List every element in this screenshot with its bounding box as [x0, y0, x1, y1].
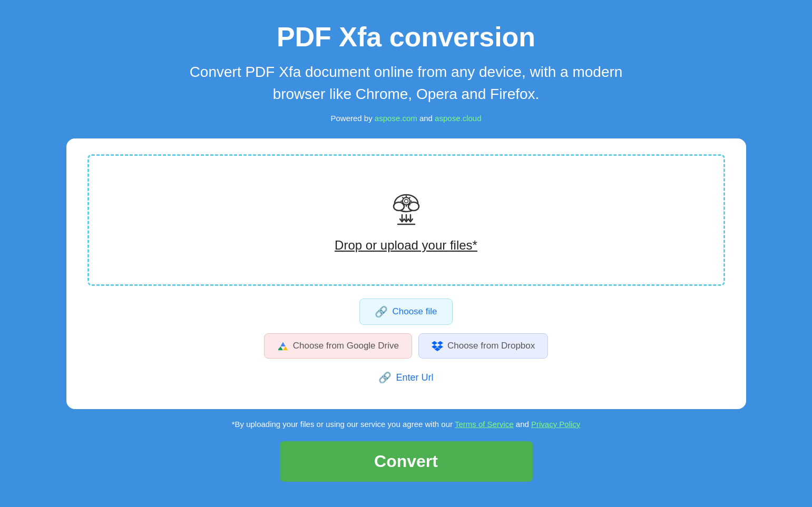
svg-point-4	[404, 200, 408, 203]
google-drive-label: Choose from Google Drive	[293, 341, 399, 351]
choose-file-button[interactable]: 🔗 Choose file	[359, 299, 452, 325]
page-subtitle: Convert PDF Xfa document online from any…	[169, 61, 643, 105]
url-row: 🔗 Enter Url	[87, 367, 725, 388]
main-card: Drop or upload your files* 🔗 Choose file…	[66, 138, 746, 409]
svg-line-12	[403, 204, 404, 205]
upload-icon	[385, 187, 427, 230]
convert-button[interactable]: Convert	[280, 441, 533, 482]
dropbox-label: Choose from Dropbox	[447, 341, 535, 351]
dropbox-button[interactable]: Choose from Dropbox	[418, 333, 548, 359]
terms-row: *By uploading your files or using our se…	[232, 420, 581, 429]
svg-line-9	[403, 197, 404, 198]
enter-url-label: Enter Url	[396, 372, 433, 383]
dropbox-icon	[432, 340, 443, 352]
powered-by-text: Powered by	[330, 114, 374, 123]
terms-and: and	[514, 420, 531, 429]
choose-file-label: Choose file	[392, 306, 437, 317]
svg-line-10	[409, 204, 410, 205]
aspose-cloud-link[interactable]: aspose.cloud	[435, 114, 481, 123]
terms-of-service-link[interactable]: Terms of Service	[455, 420, 514, 429]
drop-zone[interactable]: Drop or upload your files*	[87, 154, 725, 286]
powered-by: Powered by aspose.com and aspose.cloud	[169, 114, 643, 123]
google-drive-icon	[277, 340, 289, 352]
drop-text[interactable]: Drop or upload your files*	[335, 238, 477, 253]
page-title: PDF Xfa conversion	[169, 21, 643, 53]
privacy-policy-link[interactable]: Privacy Policy	[531, 420, 580, 429]
aspose-com-link[interactable]: aspose.com	[375, 114, 417, 123]
svg-point-2	[408, 202, 419, 211]
google-drive-button[interactable]: Choose from Google Drive	[264, 333, 412, 359]
terms-prefix: *By uploading your files or using our se…	[232, 420, 455, 429]
url-link-icon: 🔗	[378, 371, 392, 384]
cloud-buttons-row: Choose from Google Drive Choose from Dro…	[87, 333, 725, 359]
enter-url-button[interactable]: 🔗 Enter Url	[370, 367, 442, 388]
svg-line-11	[409, 197, 410, 198]
and-text: and	[417, 114, 435, 123]
header-section: PDF Xfa conversion Convert PDF Xfa docum…	[169, 21, 643, 123]
link-icon: 🔗	[375, 305, 388, 318]
